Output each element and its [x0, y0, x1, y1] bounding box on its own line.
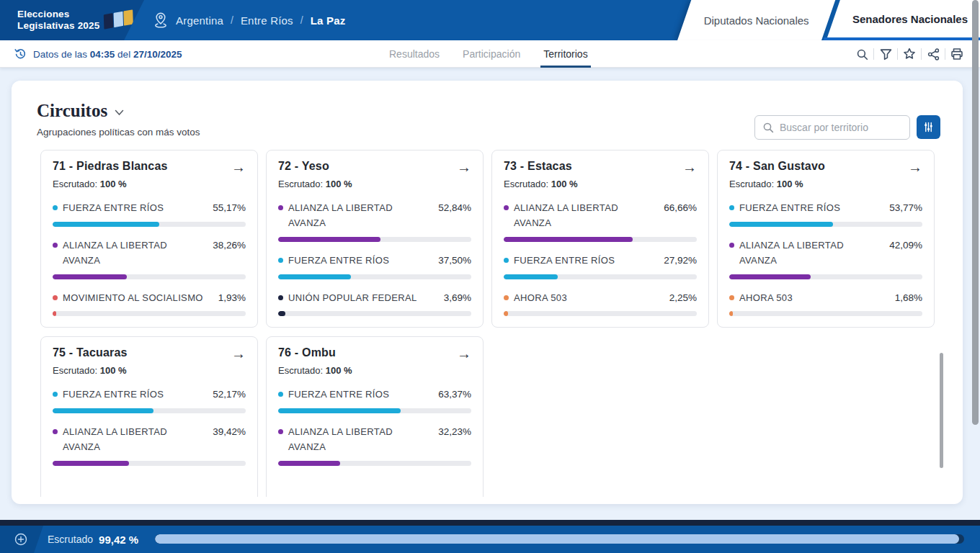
party-bar-track [53, 274, 246, 279]
tab-diputados-nacionales[interactable]: Diputados Nacionales [677, 0, 835, 40]
arrow-right-icon[interactable]: → [231, 346, 246, 361]
party-bar-fill [504, 274, 558, 279]
circuit-escrutado: Escrutado: 100 % [53, 179, 246, 189]
party-color-dot [53, 429, 58, 434]
party-percentage: 42,09% [889, 238, 922, 253]
share-icon[interactable] [922, 40, 945, 68]
party-bar-track [278, 274, 471, 279]
data-date: 27/10/2025 [133, 49, 182, 60]
print-icon[interactable] [945, 40, 968, 68]
party-bar-fill [504, 311, 508, 316]
party-bar-fill [278, 237, 380, 242]
party-percentage: 32,23% [438, 425, 471, 440]
party-bar-track [278, 461, 471, 466]
breadcrumb-separator: / [300, 14, 303, 26]
arrow-right-icon[interactable]: → [908, 160, 922, 174]
search-icon [762, 122, 774, 133]
circuit-escrutado-label: Escrutado: [278, 365, 323, 376]
arrow-right-icon[interactable]: → [457, 160, 471, 174]
circuit-card[interactable]: 75 - Tacuaras → Escrutado: 100 % FUERZA … [40, 336, 258, 497]
party-percentage: 63,37% [438, 387, 471, 403]
party-bar-fill [504, 237, 633, 242]
party-bar-track [278, 311, 471, 316]
breadcrumb-item[interactable]: Argentina [176, 14, 223, 27]
party-list: FUERZA ENTRE RÍOS 63,37% ALIANZA LA LIBE… [278, 387, 471, 466]
party-name: MOVIMIENTO AL SOCIALISMO [63, 291, 213, 306]
arrow-right-icon[interactable]: → [231, 160, 246, 174]
circuit-escrutado-label: Escrutado: [53, 365, 97, 376]
party-name: ALIANZA LA LIBERTAD AVANZA [288, 201, 432, 231]
arrow-right-icon[interactable]: → [457, 346, 471, 361]
circuit-card-title: 76 - Ombu [278, 346, 336, 359]
party-result: ALIANZA LA LIBERTAD AVANZA 66,66% [504, 201, 697, 242]
tab-participacion[interactable]: Participación [463, 40, 520, 68]
party-result: FUERZA ENTRE RÍOS 52,17% [53, 387, 246, 413]
party-color-dot [53, 295, 58, 300]
app-logo[interactable]: Elecciones Legislativas 2025 [0, 0, 148, 40]
filter-icon[interactable] [874, 40, 897, 68]
party-result: MOVIMIENTO AL SOCIALISMO 1,93% [53, 291, 246, 317]
territory-search[interactable] [754, 115, 910, 140]
circuit-card[interactable]: 76 - Ombu → Escrutado: 100 % FUERZA ENTR… [266, 336, 484, 497]
circuit-escrutado-value: 100 % [100, 365, 127, 376]
party-name: FUERZA ENTRE RÍOS [63, 201, 207, 216]
chevron-down-icon[interactable] [115, 109, 124, 116]
circuit-card[interactable]: 72 - Yeso → Escrutado: 100 % ALIANZA LA … [266, 150, 484, 328]
tab-territorios[interactable]: Territorios [543, 40, 587, 68]
party-percentage: 2,25% [669, 291, 697, 306]
circuit-escrutado-label: Escrutado: [504, 179, 548, 189]
escrutado-progress-track [155, 534, 964, 544]
party-result: ALIANZA LA LIBERTAD AVANZA 32,23% [278, 425, 471, 466]
tab-resultados[interactable]: Resultados [389, 40, 440, 68]
star-icon[interactable] [898, 40, 921, 68]
party-name: AHORA 503 [739, 291, 889, 306]
party-color-dot [278, 392, 283, 397]
party-bar-fill [53, 311, 56, 316]
search-icon[interactable] [850, 40, 873, 68]
party-name: FUERZA ENTRE RÍOS [514, 253, 658, 269]
circuit-card[interactable]: 74 - San Gustavo → Escrutado: 100 % FUER… [717, 150, 935, 328]
footer-escrutado-label: Escrutado [48, 534, 93, 545]
breadcrumb-separator: / [231, 14, 233, 26]
party-result: FUERZA ENTRE RÍOS 27,92% [504, 253, 697, 279]
party-color-dot [278, 429, 283, 434]
breadcrumb-item[interactable]: Entre Ríos [241, 14, 293, 27]
circuit-card[interactable]: 71 - Piedras Blancas → Escrutado: 100 % … [40, 150, 258, 328]
party-result: AHORA 503 2,25% [504, 291, 697, 317]
data-time: 04:35 [90, 49, 115, 60]
party-name: AHORA 503 [514, 291, 664, 306]
circuit-card-title: 75 - Tacuaras [53, 346, 128, 359]
party-name: FUERZA ENTRE RÍOS [739, 201, 883, 216]
party-list: FUERZA ENTRE RÍOS 52,17% ALIANZA LA LIBE… [53, 387, 246, 466]
party-result: FUERZA ENTRE RÍOS 53,77% [729, 201, 922, 227]
party-bar-fill [278, 408, 401, 413]
circuit-card-title: 73 - Estacas [504, 160, 572, 173]
party-color-dot [278, 258, 283, 263]
circuit-escrutado-value: 100 % [100, 179, 127, 189]
arrow-right-icon[interactable]: → [682, 160, 697, 174]
territory-search-input[interactable] [780, 122, 902, 133]
tab-diputados-label: Diputados Nacionales [685, 0, 829, 40]
expand-plus-icon[interactable] [14, 533, 27, 546]
breadcrumb-item[interactable]: La Paz [311, 14, 346, 27]
app-logo-text: Elecciones Legislativas 2025 [17, 9, 99, 32]
breadcrumb: Argentina/Entre Ríos/La Paz [153, 0, 345, 40]
filter-settings-button[interactable] [917, 115, 940, 139]
breadcrumb-items[interactable]: Argentina/Entre Ríos/La Paz [176, 14, 345, 27]
party-percentage: 55,17% [213, 201, 246, 216]
party-bar-fill [278, 461, 340, 466]
tab-senadores-nacionales[interactable]: Senadores Nacionales [827, 0, 980, 37]
party-bar-fill [729, 311, 733, 316]
refresh-clock-icon[interactable] [14, 48, 27, 60]
data-timestamp: Datos de las 04:35 del 27/10/2025 [14, 40, 182, 68]
page-scrollbar-thumb[interactable] [972, 0, 979, 425]
circuit-card[interactable]: 73 - Estacas → Escrutado: 100 % ALIANZA … [491, 150, 709, 328]
party-bar-fill [53, 461, 129, 466]
circuit-escrutado-value: 100 % [326, 179, 352, 189]
party-result: UNIÓN POPULAR FEDERAL 3,69% [278, 291, 471, 317]
toolbar-actions [850, 40, 968, 68]
party-bar-track [53, 222, 246, 227]
party-result: FUERZA ENTRE RÍOS 55,17% [53, 201, 246, 227]
panel-scrollbar-thumb[interactable] [940, 353, 943, 468]
party-bar-track [729, 311, 922, 316]
